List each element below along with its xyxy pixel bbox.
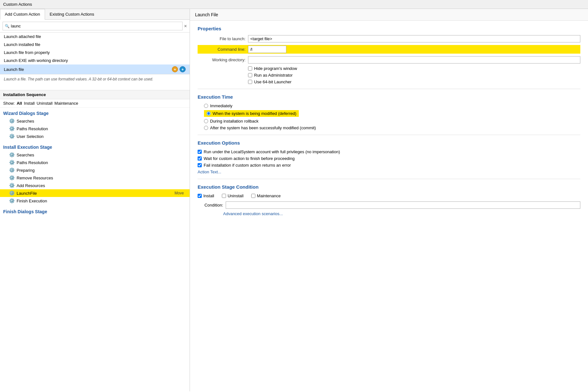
- advanced-link[interactable]: Advanced execution scenarios...: [198, 211, 580, 216]
- finish-dialogs-title: Finish Dialogs Stage: [0, 207, 190, 215]
- stage-item-searches-2[interactable]: ⚙️ Searches: [0, 151, 190, 159]
- cog-icon: ⚙️: [9, 167, 15, 173]
- install-checkboxes-row: Install Uninstall Maintenance: [198, 193, 580, 198]
- fail-error-row: Fail installation if custom action retur…: [198, 163, 580, 168]
- stage-item-label: Paths Resolution: [17, 126, 48, 131]
- svg-text:+: +: [181, 67, 184, 72]
- wait-finish-checkbox[interactable]: [198, 156, 202, 161]
- cog-icon: ⚙️: [9, 118, 15, 124]
- maintenance-checkbox[interactable]: [251, 194, 255, 198]
- svg-text:+: +: [174, 67, 176, 72]
- run-admin-checkbox[interactable]: [248, 73, 252, 77]
- run-admin-label: Run as Administrator: [254, 73, 293, 78]
- local-system-checkbox[interactable]: [198, 150, 202, 154]
- wizard-dialogs-stage: Wizard Dialogs Stage ⚙️ Searches ⚙️ Path…: [0, 108, 190, 141]
- stage-item-finish-exec[interactable]: ⚙️ Finish Execution: [0, 197, 190, 205]
- condition-input[interactable]: [226, 201, 580, 209]
- hide-window-row: Hide program's window: [198, 66, 580, 71]
- search-input[interactable]: [10, 23, 180, 29]
- stage-item-label: Finish Execution: [17, 199, 47, 203]
- show-uninstall[interactable]: Uninstall: [37, 101, 53, 106]
- right-content: Properties File to launch: Command line:…: [190, 21, 588, 221]
- execution-options-title: Execution Options: [198, 140, 580, 146]
- install-checkbox[interactable]: [198, 194, 202, 198]
- show-all[interactable]: All: [17, 101, 22, 106]
- working-dir-label: Working directory:: [198, 57, 245, 62]
- rollback-radio[interactable]: [204, 119, 208, 123]
- immediately-row: Immediately: [198, 103, 580, 108]
- stage-item-searches-1[interactable]: ⚙️ Searches: [0, 117, 190, 125]
- list-item[interactable]: Launch attached file: [0, 33, 190, 41]
- cog-icon: ⚙️: [9, 198, 15, 204]
- rollback-row: During installation rollback: [198, 119, 580, 124]
- stage-item-paths-res-1[interactable]: ⚙️ Paths Resolution: [0, 125, 190, 132]
- action-text-link[interactable]: Action Text...: [198, 170, 580, 174]
- uninstall-checkbox[interactable]: [222, 194, 226, 198]
- use-64bit-row: Use 64-bit Launcher: [198, 79, 580, 84]
- tab-existing-custom-actions[interactable]: Existing Custom Actions: [45, 9, 99, 19]
- commit-row: After the system has been successfully m…: [198, 125, 580, 130]
- search-icon: 🔍: [5, 24, 10, 28]
- search-border: 🔍: [3, 22, 183, 30]
- fail-error-checkbox[interactable]: [198, 163, 202, 167]
- move-button[interactable]: Move: [175, 191, 186, 195]
- stage-item-paths-res-2[interactable]: ⚙️ Paths Resolution: [0, 159, 190, 166]
- cog-icon: ⚙️: [9, 126, 15, 132]
- installation-sequence: Installation Sequence Show: All Install …: [0, 90, 190, 391]
- commit-radio[interactable]: [204, 126, 208, 130]
- search-clear-button[interactable]: ✕: [184, 24, 187, 28]
- immediately-label: Immediately: [210, 103, 232, 108]
- local-system-label: Run under the LocalSystem account with f…: [204, 149, 340, 154]
- list-item[interactable]: Launch EXE with working directory: [0, 57, 190, 64]
- show-filter: Show: All Install Uninstall Maintenance: [0, 99, 190, 108]
- stage-item-label: Searches: [17, 119, 34, 124]
- deferred-radio[interactable]: [207, 111, 211, 116]
- stage-item-label: User Selection: [17, 134, 44, 139]
- list-item-launch-file[interactable]: Launch file + +: [0, 64, 190, 74]
- stage-item-remove-res[interactable]: ⚙️ Remove Resources: [0, 174, 190, 182]
- stage-item-label: Paths Resolution: [17, 160, 48, 165]
- tab-add-custom-action[interactable]: Add Custom Action: [0, 9, 45, 20]
- right-panel: Launch File Properties File to launch: C…: [190, 9, 588, 391]
- install-checkbox-label: Install: [203, 193, 214, 198]
- properties-title: Properties: [198, 26, 580, 31]
- commit-label: After the system has been successfully m…: [210, 125, 316, 130]
- list-item[interactable]: Launch installed file: [0, 41, 190, 49]
- launch-file-label: Launch file: [4, 67, 24, 72]
- action-description: Launch a file. The path can use formatte…: [0, 74, 190, 90]
- command-line-input[interactable]: [248, 46, 286, 53]
- stage-item-label: Remove Resources: [17, 176, 53, 180]
- working-dir-input[interactable]: [248, 56, 580, 64]
- action-item-icons: + +: [172, 66, 186, 72]
- exec-stage-condition-title: Execution Stage Condition: [198, 184, 580, 190]
- stage-item-launch-file[interactable]: ⚙️ LaunchFile Move: [0, 189, 190, 197]
- cog-icon: ⚙️: [9, 175, 15, 181]
- stage-item-label: LaunchFile: [17, 191, 37, 196]
- add-to-sequence-icon[interactable]: +: [172, 66, 178, 72]
- wizard-dialogs-title: Wizard Dialogs Stage: [0, 109, 190, 117]
- cog-icon: ⚙️: [9, 133, 15, 139]
- show-maintenance[interactable]: Maintenance: [55, 101, 78, 106]
- run-admin-row: Run as Administrator: [198, 73, 580, 78]
- local-system-row: Run under the LocalSystem account with f…: [198, 149, 580, 154]
- cog-icon: ⚙️: [9, 183, 15, 188]
- condition-row: Condition:: [198, 201, 580, 209]
- hide-window-checkbox[interactable]: [248, 66, 252, 71]
- stage-item-user-sel[interactable]: ⚙️ User Selection: [0, 132, 190, 140]
- stage-item-add-res[interactable]: ⚙️ Add Resources: [0, 182, 190, 189]
- install-exec-stage: Install Execution Stage ⚙️ Searches ⚙️ P…: [0, 141, 190, 206]
- file-to-launch-label: File to launch:: [198, 36, 245, 41]
- list-item[interactable]: Launch file from property: [0, 49, 190, 57]
- stage-item-label: Searches: [17, 153, 34, 157]
- stage-item-preparing[interactable]: ⚙️ Preparing: [0, 166, 190, 174]
- deferred-row: When the system is being modified (defer…: [198, 110, 580, 117]
- use-64bit-checkbox[interactable]: [248, 80, 252, 84]
- immediately-radio[interactable]: [204, 104, 208, 108]
- add-custom-icon[interactable]: +: [179, 66, 186, 72]
- tabs-bar: Add Custom Action Existing Custom Action…: [0, 9, 190, 20]
- show-install[interactable]: Install: [24, 101, 35, 106]
- right-panel-header: Launch File: [190, 9, 588, 21]
- file-to-launch-input[interactable]: [248, 35, 580, 42]
- maintenance-check-item: Maintenance: [251, 193, 281, 198]
- fail-error-label: Fail installation if custom action retur…: [204, 163, 291, 168]
